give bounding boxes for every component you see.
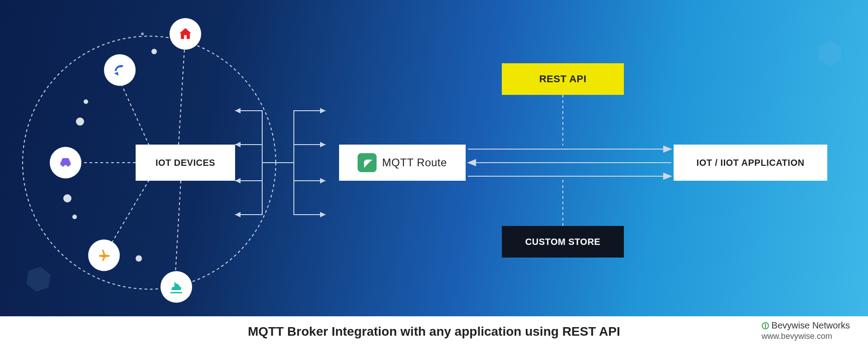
footer-title: MQTT Broker Integration with any applica… [248, 324, 620, 339]
svg-marker-11 [235, 108, 241, 113]
svg-line-6 [106, 180, 149, 252]
diagram-canvas: IOT DEVICES MQTT Route REST API CUSTOM S… [0, 0, 868, 316]
iot-devices-label: IOT DEVICES [156, 158, 215, 168]
svg-marker-17 [320, 108, 326, 113]
footer-bar: MQTT Broker Integration with any applica… [0, 316, 868, 347]
svg-marker-1 [818, 41, 841, 66]
footer-brand: Bevywise Networks www.bevywise.com [762, 320, 850, 342]
custom-store-box: CUSTOM STORE [502, 226, 624, 258]
svg-marker-0 [25, 265, 52, 294]
decor-dot [76, 117, 84, 126]
svg-marker-14 [235, 212, 241, 217]
decor-dot [63, 194, 71, 202]
svg-line-7 [175, 181, 181, 273]
brand-logo-icon [762, 322, 769, 329]
brand-name: Bevywise Networks [772, 320, 850, 331]
svg-line-4 [121, 84, 149, 145]
iot-application-label: IOT / IIOT APPLICATION [697, 158, 805, 168]
hexagon-decoration [25, 265, 52, 294]
decor-dot [72, 215, 77, 219]
svg-marker-20 [320, 212, 326, 217]
device-car-icon [50, 147, 81, 178]
decor-dot [84, 99, 88, 104]
mqtt-route-label: MQTT Route [382, 156, 447, 169]
device-ship-icon [160, 271, 192, 303]
custom-store-label: CUSTOM STORE [525, 237, 600, 247]
decor-dot [141, 33, 144, 35]
rest-api-box: REST API [502, 63, 624, 95]
brand-url: www.bevywise.com [762, 331, 850, 342]
rest-api-label: REST API [539, 73, 587, 85]
mqtt-route-box: MQTT Route [339, 145, 466, 181]
svg-marker-18 [320, 142, 326, 147]
device-satellite-icon [104, 54, 136, 86]
svg-marker-13 [235, 178, 241, 183]
decor-dot [136, 255, 142, 262]
hexagon-decoration [818, 41, 841, 66]
svg-marker-12 [235, 142, 241, 147]
iot-application-box: IOT / IIOT APPLICATION [674, 145, 827, 181]
iot-devices-box: IOT DEVICES [136, 145, 235, 181]
decor-dot [151, 49, 157, 54]
svg-line-3 [179, 49, 184, 145]
device-plane-icon [88, 239, 120, 271]
device-home-icon [170, 18, 201, 50]
svg-marker-19 [320, 178, 326, 183]
mqtt-route-icon [358, 153, 377, 172]
